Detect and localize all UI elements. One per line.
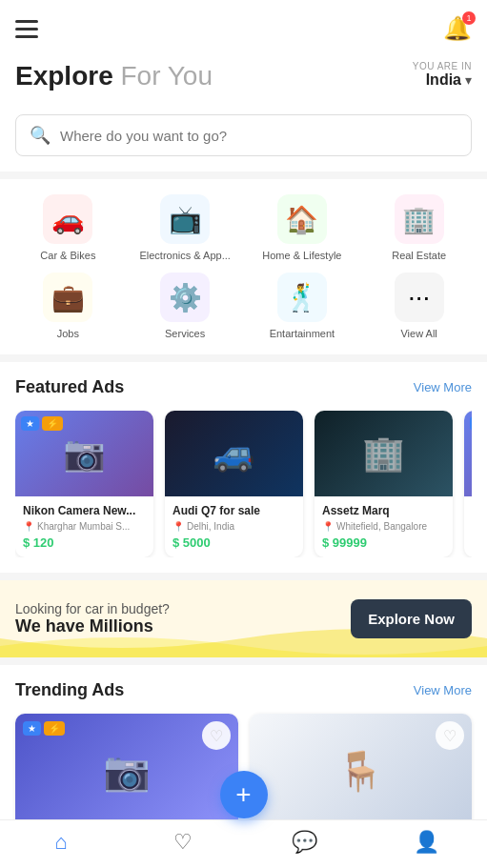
bottom-nav: ⌂ ♡ 💬 👤	[0, 819, 487, 868]
category-icon-electronics: 📺	[169, 204, 202, 235]
category-icon-jobs: 💼	[51, 282, 85, 313]
for-you-label: For You	[120, 61, 213, 91]
ad-price: $ 5000	[172, 535, 295, 550]
chat-icon: 💬	[292, 830, 317, 855]
header: 🔔 1	[0, 0, 487, 53]
categories-grid: 🚗 Car & Bikes 📺 Electronics & App... 🏠 H…	[15, 194, 472, 339]
trending-ads-view-more[interactable]: View More	[414, 683, 472, 697]
trending-image-icon: 🪑	[336, 749, 384, 794]
explore-now-button[interactable]: Explore Now	[351, 599, 472, 638]
trending-image: 📷 ★⚡ ♡	[15, 714, 238, 828]
category-label-view-all: View All	[400, 328, 436, 339]
search-bar[interactable]: 🔍	[15, 114, 472, 156]
location-row: India ▾	[426, 71, 472, 89]
featured-ads-scroll: 📷 ★⚡ Nikon Camera New... 📍Kharghar Mumba…	[15, 411, 472, 557]
featured-ads-title: Featured Ads	[15, 377, 124, 397]
ad-image: 📷 ★⚡	[15, 411, 153, 496]
category-icon-wrap: 🏢	[395, 194, 444, 244]
ad-location: 📍Delhi, India	[172, 521, 295, 532]
nav-favorites[interactable]: ♡	[122, 830, 244, 855]
nav-profile[interactable]: 👤	[365, 830, 487, 855]
location-pin-icon: 📍	[172, 521, 184, 532]
dropdown-arrow-icon: ▾	[465, 72, 472, 88]
location-name: India	[426, 71, 461, 89]
ad-card[interactable]: 📷 ★⚡ Nikon Camera New... 📍Kharghar Mumba…	[15, 411, 153, 557]
ad-location: 📍Kharghar Mumbai S...	[23, 521, 146, 532]
search-input[interactable]	[60, 128, 457, 144]
category-icon-wrap: ⚙️	[160, 273, 210, 322]
category-electronics[interactable]: 📺 Electronics & App...	[132, 194, 238, 261]
category-car-bikes[interactable]: 🚗 Car & Bikes	[15, 194, 121, 261]
category-label-jobs: Jobs	[57, 328, 79, 339]
ad-image-icon: 🚙	[213, 434, 255, 474]
category-services[interactable]: ⚙️ Services	[132, 273, 238, 339]
ad-title: Nikon Camera New...	[23, 504, 146, 517]
wishlist-button[interactable]: ♡	[202, 721, 231, 750]
ad-title: Assetz Marq	[322, 504, 445, 517]
ad-image: 🏢	[315, 411, 453, 496]
nav-home[interactable]: ⌂	[0, 830, 122, 855]
notification-badge: 1	[462, 11, 476, 25]
category-icon-real-estate: 🏢	[402, 204, 436, 235]
ad-location: 📍Whitefield, Bangalore	[322, 521, 445, 532]
category-label-services: Services	[165, 328, 205, 339]
star-badge: ★	[23, 721, 41, 736]
category-jobs[interactable]: 💼 Jobs	[15, 273, 121, 339]
ad-image-icon: 📷	[63, 434, 106, 474]
home-icon: ⌂	[54, 830, 67, 855]
category-icon-services: ⚙️	[169, 282, 202, 313]
notification-button[interactable]: 🔔 1	[443, 15, 472, 42]
ad-title: Audi Q7 for sale	[172, 504, 295, 517]
trending-image-icon: 📷	[103, 749, 151, 794]
category-icon-car-bikes: 🚗	[51, 204, 85, 235]
menu-button[interactable]	[15, 20, 38, 38]
search-icon: 🔍	[30, 125, 51, 146]
ad-card[interactable]: 📷 ★ Niko... 📍Kha... $ 12...	[464, 411, 472, 557]
you-are-in-label: YOU ARE IN	[413, 61, 472, 71]
ad-image: 📷 ★	[464, 411, 472, 496]
banner-text: Looking for car in budget? We have Milli…	[15, 601, 170, 636]
ad-image: 🚙	[165, 411, 303, 496]
search-container: 🔍	[0, 107, 487, 172]
ad-image-icon: 🏢	[362, 434, 405, 474]
ad-card[interactable]: 🏢 Assetz Marq 📍Whitefield, Bangalore $ 9…	[315, 411, 453, 557]
banner-section: Looking for car in budget? We have Milli…	[0, 580, 487, 657]
fab-button[interactable]: +	[220, 771, 268, 818]
category-icon-wrap: 🏠	[277, 194, 327, 244]
trending-ads-header: Trending Ads View More	[15, 680, 472, 700]
category-label-home-lifestyle: Home & Lifestyle	[262, 250, 341, 261]
category-view-all[interactable]: ··· View All	[366, 273, 472, 339]
category-icon-view-all: ···	[408, 282, 430, 313]
profile-icon: 👤	[414, 830, 439, 855]
category-icon-wrap: 🚗	[43, 194, 92, 244]
ad-info: Assetz Marq 📍Whitefield, Bangalore $ 999…	[315, 496, 453, 557]
ad-card[interactable]: 🚙 Audi Q7 for sale 📍Delhi, India $ 5000	[165, 411, 303, 557]
nav-messages[interactable]: 💬	[244, 830, 366, 855]
featured-ads-header: Featured Ads View More	[15, 377, 472, 397]
page-title: Explore For You	[15, 61, 213, 91]
category-label-electronics: Electronics & App...	[139, 250, 230, 261]
categories-section: 🚗 Car & Bikes 📺 Electronics & App... 🏠 H…	[0, 179, 487, 354]
ad-price: $ 120	[23, 535, 146, 550]
category-home-lifestyle[interactable]: 🏠 Home & Lifestyle	[250, 194, 355, 261]
ad-price: $ 99999	[322, 535, 445, 550]
star-badge: ★	[470, 416, 472, 431]
location-pin-icon: 📍	[322, 521, 334, 532]
banner-main: We have Millions	[15, 616, 170, 636]
heart-nav-icon: ♡	[173, 830, 193, 855]
category-real-estate[interactable]: 🏢 Real Estate	[366, 194, 472, 261]
star-badge: ★	[21, 416, 39, 431]
trending-image: 🪑 ♡	[250, 714, 473, 828]
ad-info: Niko... 📍Kha... $ 12...	[464, 496, 472, 557]
featured-ads-view-more[interactable]: View More	[414, 380, 472, 394]
category-icon-home-lifestyle: 🏠	[285, 204, 318, 235]
wishlist-button[interactable]: ♡	[436, 721, 464, 750]
category-icon-wrap: 💼	[43, 273, 92, 322]
ad-info: Audi Q7 for sale 📍Delhi, India $ 5000	[165, 496, 303, 557]
category-entertainment[interactable]: 🕺 Entartainment	[250, 273, 355, 339]
bolt-badge: ⚡	[44, 721, 65, 736]
location-selector[interactable]: YOU ARE IN India ▾	[413, 61, 472, 89]
title-section: Explore For You YOU ARE IN India ▾	[0, 53, 487, 107]
featured-ads-section: Featured Ads View More 📷 ★⚡ Nikon Camera…	[0, 362, 487, 573]
category-icon-entertainment: 🕺	[285, 282, 318, 313]
